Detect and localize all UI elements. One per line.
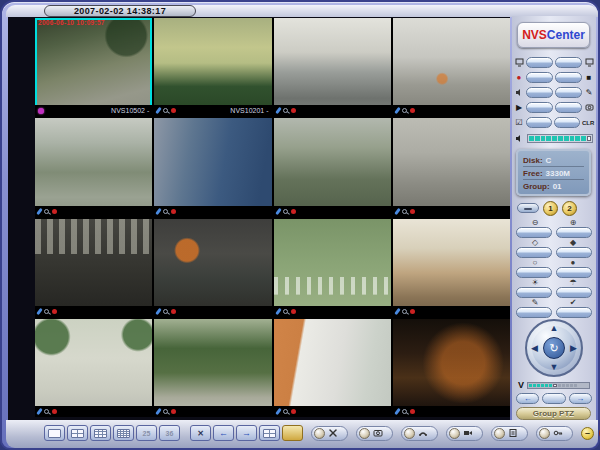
settings-group[interactable] [311, 426, 348, 441]
camera-cell-8[interactable] [393, 118, 510, 216]
settings-button[interactable] [314, 428, 325, 439]
layout-1-button[interactable] [44, 425, 65, 441]
camera-cell-9[interactable] [35, 219, 152, 317]
lock-tool-button[interactable] [539, 428, 550, 439]
disk-info-panel: Disk: C Free: 3330M Group: 01 [516, 149, 591, 196]
zoom-icon [44, 209, 49, 214]
zoom-out-icon: ⊖ [516, 218, 554, 227]
auto-switch-button[interactable] [282, 425, 303, 441]
connect-button[interactable] [526, 57, 553, 68]
volume-slider-handle[interactable] [587, 136, 591, 141]
camera-cell-11[interactable] [274, 219, 391, 317]
cruise-left-button[interactable]: ← [516, 393, 539, 404]
snapshot-group[interactable] [356, 426, 393, 441]
record-stop-button[interactable] [555, 72, 582, 83]
lock-group[interactable] [536, 426, 573, 441]
camera-cell-2[interactable]: NVS10201 - [154, 18, 271, 116]
page-next-button[interactable]: → [236, 425, 257, 441]
talk-group[interactable] [401, 426, 438, 441]
speed-slider-handle[interactable] [553, 384, 557, 387]
speed-slider[interactable] [527, 382, 590, 389]
layout-16-button[interactable] [113, 425, 134, 441]
alarm-check-button[interactable] [526, 117, 552, 128]
zoom-in-button[interactable] [556, 227, 592, 238]
camera-cell-7[interactable] [274, 118, 391, 216]
ptz-joystick[interactable]: ▲ ▼ ◀ ▶ ↻ [525, 319, 583, 377]
group-2-button[interactable]: 2 [562, 201, 577, 216]
camera-cell-12[interactable] [393, 219, 510, 317]
focus-far-button[interactable] [516, 247, 552, 258]
camera-cell-10[interactable] [154, 219, 271, 317]
camera-status-bar [274, 306, 391, 317]
layout-4-button[interactable] [67, 425, 88, 441]
group-value: 01 [553, 182, 562, 191]
zoom-icon [402, 209, 407, 214]
auto-pan-button[interactable]: ↻ [543, 337, 565, 359]
zoom-icon [283, 209, 288, 214]
camera-cell-15[interactable] [274, 319, 391, 417]
layout-9-button[interactable] [90, 425, 111, 441]
layout-36-button[interactable]: 36 [159, 425, 180, 441]
nvscenter-window: 2007-02-02 14:38:17 2006-06-10 10:09:57 … [0, 0, 600, 450]
preset-set-button[interactable] [516, 307, 552, 318]
disk-label: Disk: [523, 156, 543, 165]
record-dot-icon [171, 409, 176, 414]
playback-button[interactable] [526, 102, 553, 113]
microphone-icon [36, 408, 43, 415]
record-start-button[interactable] [526, 72, 553, 83]
ptz-focus-row: ◇ ◆ [516, 238, 592, 258]
record-group[interactable] [446, 426, 483, 441]
camera-cell-4[interactable] [393, 18, 510, 116]
pan-down-button[interactable]: ▼ [550, 363, 559, 372]
camera-cell-13[interactable] [35, 319, 152, 417]
pan-up-button[interactable]: ▲ [550, 324, 559, 333]
focus-near-button[interactable] [556, 247, 592, 258]
cruise-right-button[interactable]: → [569, 393, 592, 404]
document-icon [508, 424, 518, 442]
log-tool-button[interactable] [494, 428, 505, 439]
microphone-icon [394, 408, 401, 415]
cycle-view-button[interactable] [259, 425, 280, 441]
camera-cell-1[interactable]: 2006-06-10 10:09:57 NVS10502 - [35, 18, 152, 116]
alarm-clear-button[interactable] [554, 117, 580, 128]
iris-open-button[interactable] [556, 267, 592, 278]
talk-button[interactable] [555, 87, 582, 98]
preset-call-button[interactable] [556, 307, 592, 318]
camera-cell-5[interactable] [35, 118, 152, 216]
page-prev-button[interactable]: ← [213, 425, 234, 441]
snapshot-tool-button[interactable] [359, 428, 370, 439]
pan-left-button[interactable]: ◀ [531, 344, 538, 353]
minimize-button[interactable]: – [581, 427, 594, 440]
listen-button[interactable] [526, 87, 553, 98]
zoom-out-button[interactable] [516, 227, 552, 238]
camcorder-icon [463, 424, 473, 442]
group-1-button[interactable]: 1 [543, 201, 558, 216]
record-dot-icon [52, 309, 57, 314]
camera-cell-16[interactable] [393, 319, 510, 417]
pan-right-button[interactable]: ▶ [570, 344, 577, 353]
disconnect-button[interactable] [555, 57, 582, 68]
camera-cell-3[interactable] [274, 18, 391, 116]
layout-25-button[interactable]: 25 [136, 425, 157, 441]
group-ptz-button[interactable]: Group PTZ [516, 407, 591, 420]
quad-view-icon [71, 429, 84, 438]
log-group[interactable] [491, 426, 528, 441]
cruise-middle-button[interactable] [542, 393, 565, 404]
camera-name: NVS10502 - [111, 105, 149, 116]
volume-slider[interactable] [527, 134, 593, 143]
talk-tool-button[interactable] [404, 428, 415, 439]
camera-cell-14[interactable] [154, 319, 271, 417]
volume-row [515, 133, 593, 144]
wiper-button[interactable] [556, 287, 592, 298]
camera-cell-6[interactable] [154, 118, 271, 216]
record-icon: ● [514, 73, 524, 83]
snapshot-button[interactable] [555, 102, 582, 113]
fullscreen-button[interactable]: ✕ [190, 425, 211, 441]
light-button[interactable] [516, 287, 552, 298]
record-tool-button[interactable] [449, 428, 460, 439]
volume-speaker-icon [515, 134, 525, 144]
group-minus-button[interactable] [517, 203, 539, 213]
play-icon: ▶ [514, 103, 524, 113]
iris-close-button[interactable] [516, 267, 552, 278]
record-dot-icon [171, 108, 176, 113]
